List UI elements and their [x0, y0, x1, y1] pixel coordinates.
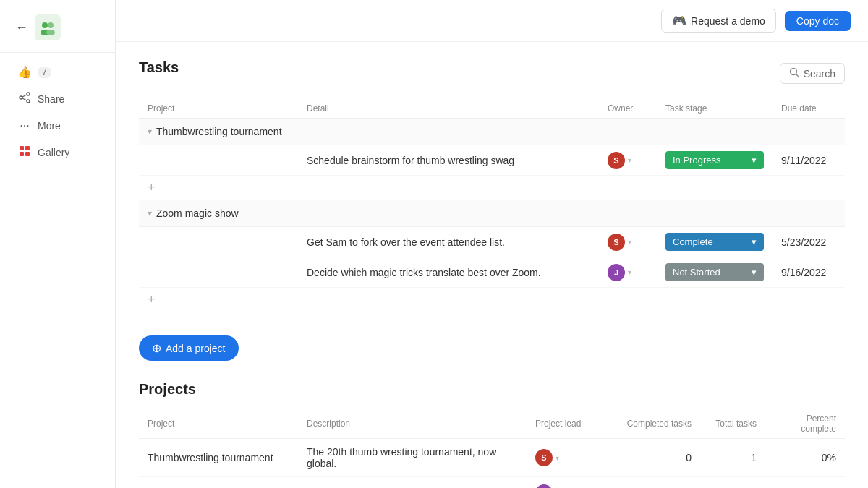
task-owner: S ▾ — [599, 145, 657, 176]
task-stage[interactable]: In Progress ▾ — [657, 145, 773, 176]
table-row: Decide which magic tricks translate best… — [139, 257, 845, 288]
proj-percent: 0% — [765, 439, 845, 477]
add-project-button[interactable]: ⊕ Add a project — [139, 335, 239, 361]
proj-lead: S ▾ — [527, 439, 613, 477]
stage-badge-complete[interactable]: Complete ▾ — [665, 233, 764, 251]
svg-point-0 — [42, 22, 48, 28]
stage-label: In Progress — [673, 155, 720, 166]
project-name-cell: ▾ Thumbwrestling tournament — [139, 119, 845, 145]
proj-col-description: Description — [298, 409, 527, 439]
proj-col-project: Project — [139, 409, 298, 439]
share-icon — [17, 92, 32, 106]
like-icon: 👍 — [17, 65, 32, 79]
team-avatar — [35, 14, 61, 40]
stage-badge-not-started[interactable]: Not Started ▾ — [665, 263, 764, 281]
project-row: ▾ Thumbwrestling tournament — [139, 119, 845, 145]
proj-total: 2 — [700, 477, 765, 489]
task-detail: Decide which magic tricks translate best… — [298, 257, 599, 288]
stage-badge-in-progress[interactable]: In Progress ▾ — [665, 151, 764, 169]
svg-line-7 — [22, 95, 27, 97]
add-task-btn[interactable]: + — [139, 288, 845, 312]
tasks-title: Tasks — [139, 59, 179, 76]
svg-point-4 — [27, 93, 30, 95]
chevron-down-icon: ▾ — [148, 127, 152, 137]
task-owner: S ▾ — [599, 227, 657, 257]
svg-rect-12 — [25, 152, 30, 156]
chevron-down-icon: ▾ — [752, 267, 757, 278]
add-task-btn[interactable]: + — [139, 176, 845, 200]
col-detail: Detail — [298, 99, 599, 119]
tasks-header: Tasks Search — [139, 59, 845, 87]
coda-icon: 🎮 — [672, 14, 686, 27]
svg-point-1 — [48, 22, 54, 28]
copy-doc-button[interactable]: Copy doc — [785, 11, 851, 31]
avatar: S — [608, 234, 625, 251]
header: 🎮 Request a demo Copy doc — [116, 0, 868, 42]
more-icon: ··· — [17, 119, 32, 132]
request-demo-button[interactable]: 🎮 Request a demo — [661, 9, 776, 33]
table-row: Schedule brainstorm for thumb wrestling … — [139, 145, 845, 176]
task-due-date: 9/16/2022 — [773, 257, 845, 288]
col-owner: Owner — [599, 99, 657, 119]
task-stage[interactable]: Not Started ▾ — [657, 257, 773, 288]
back-button[interactable]: ← — [12, 17, 32, 38]
projects-table: Project Description Project lead Complet… — [139, 409, 845, 488]
search-label: Search — [804, 68, 835, 80]
svg-point-6 — [27, 100, 30, 103]
svg-point-3 — [46, 30, 55, 35]
sidebar-item-more[interactable]: ··· More — [6, 114, 109, 138]
chevron-down-icon: ▾ — [628, 268, 631, 276]
sidebar-item-like[interactable]: 👍 7 — [6, 59, 109, 85]
task-detail: Get Sam to fork over the event attendee … — [298, 227, 599, 257]
col-due-date: Due date — [773, 99, 845, 119]
sidebar-item-share[interactable]: Share — [6, 86, 109, 112]
add-task-row[interactable]: + — [139, 176, 845, 200]
proj-completed: 0 — [613, 439, 700, 477]
project-row: ▾ Zoom magic show — [139, 200, 845, 227]
task-due-date: 5/23/2022 — [773, 227, 845, 257]
search-icon — [789, 67, 799, 80]
proj-col-completed: Completed tasks — [613, 409, 700, 439]
sidebar-item-share-label: Share — [38, 93, 64, 105]
sidebar-item-gallery[interactable]: Gallery — [6, 140, 109, 166]
proj-total: 1 — [700, 439, 765, 477]
avatar: J — [608, 264, 625, 281]
content-area: Tasks Search Project Detail Owner Task s… — [116, 42, 868, 488]
svg-rect-9 — [20, 146, 24, 150]
add-task-row[interactable]: + — [139, 288, 845, 312]
table-row: Thumbwrestling tournament The 20th thumb… — [139, 439, 845, 477]
chevron-down-icon: ▾ — [148, 208, 152, 218]
sidebar-item-more-label: More — [38, 120, 61, 132]
project-name-cell: ▾ Zoom magic show — [139, 200, 845, 227]
tasks-table: Project Detail Owner Task stage Due date… — [139, 99, 845, 312]
avatar: S — [608, 152, 625, 169]
request-demo-label: Request a demo — [691, 15, 765, 27]
task-project-col — [139, 257, 298, 288]
proj-col-total: Total tasks — [700, 409, 765, 439]
proj-description: The 20th thumb wresting tournament, now … — [298, 439, 527, 477]
sidebar-item-gallery-label: Gallery — [38, 147, 69, 158]
proj-name: Thumbwrestling tournament — [139, 439, 298, 477]
svg-point-5 — [20, 96, 22, 99]
task-stage[interactable]: Complete ▾ — [657, 227, 773, 257]
chevron-down-icon: ▾ — [628, 238, 631, 246]
sidebar: ← 👍 7 Share ··· More — [0, 0, 116, 488]
add-project-label: Add a project — [166, 343, 226, 354]
gallery-icon — [17, 145, 32, 160]
search-button[interactable]: Search — [780, 63, 845, 84]
task-owner: J ▾ — [599, 257, 657, 288]
svg-line-8 — [22, 98, 27, 100]
svg-rect-10 — [25, 146, 30, 150]
projects-title: Projects — [139, 381, 845, 398]
col-task-stage: Task stage — [657, 99, 773, 119]
chevron-down-icon: ▾ — [628, 156, 631, 164]
avatar: S — [535, 449, 553, 466]
svg-line-14 — [796, 74, 799, 77]
main-content: 🎮 Request a demo Copy doc Tasks Search — [116, 0, 868, 488]
chevron-down-icon: ▾ — [752, 236, 757, 247]
proj-description: Our first-ever virtual magic show. — [298, 477, 527, 489]
col-project: Project — [139, 99, 298, 119]
like-count: 7 — [38, 67, 51, 78]
avatar: J — [535, 484, 553, 488]
svg-rect-11 — [20, 152, 24, 156]
